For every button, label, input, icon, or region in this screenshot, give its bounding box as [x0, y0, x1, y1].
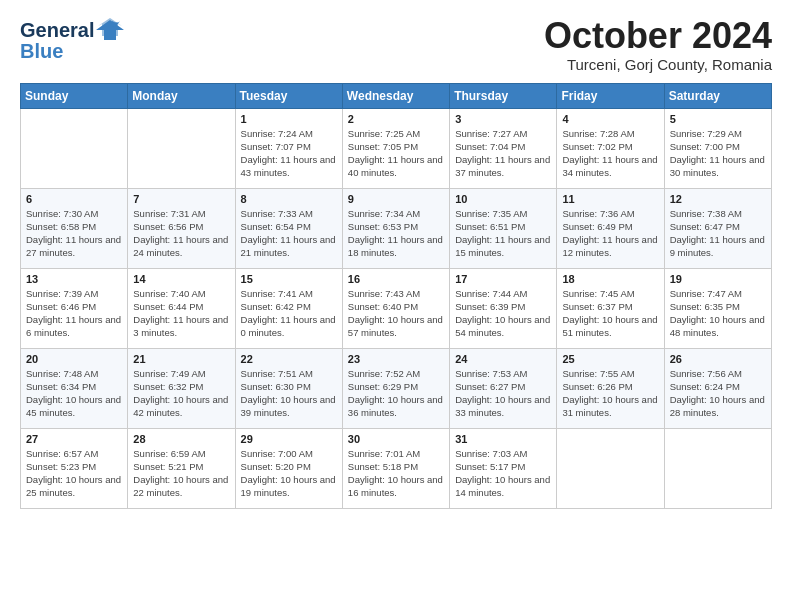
calendar-header-row: Sunday Monday Tuesday Wednesday Thursday…	[21, 83, 772, 108]
day-info: Sunrise: 7:27 AMSunset: 7:04 PMDaylight:…	[455, 127, 551, 180]
header-wednesday: Wednesday	[342, 83, 449, 108]
day-number: 23	[348, 353, 444, 365]
day-number: 10	[455, 193, 551, 205]
day-number: 28	[133, 433, 229, 445]
calendar-cell	[664, 428, 771, 508]
header-thursday: Thursday	[450, 83, 557, 108]
day-info: Sunrise: 7:52 AMSunset: 6:29 PMDaylight:…	[348, 367, 444, 420]
day-info: Sunrise: 7:48 AMSunset: 6:34 PMDaylight:…	[26, 367, 122, 420]
calendar-week-3: 13Sunrise: 7:39 AMSunset: 6:46 PMDayligh…	[21, 268, 772, 348]
header-sunday: Sunday	[21, 83, 128, 108]
day-number: 27	[26, 433, 122, 445]
day-number: 12	[670, 193, 766, 205]
header-tuesday: Tuesday	[235, 83, 342, 108]
day-number: 22	[241, 353, 337, 365]
day-info: Sunrise: 7:51 AMSunset: 6:30 PMDaylight:…	[241, 367, 337, 420]
calendar-cell: 6Sunrise: 7:30 AMSunset: 6:58 PMDaylight…	[21, 188, 128, 268]
day-info: Sunrise: 7:40 AMSunset: 6:44 PMDaylight:…	[133, 287, 229, 340]
day-info: Sunrise: 7:43 AMSunset: 6:40 PMDaylight:…	[348, 287, 444, 340]
calendar-cell: 22Sunrise: 7:51 AMSunset: 6:30 PMDayligh…	[235, 348, 342, 428]
day-number: 4	[562, 113, 658, 125]
calendar-cell	[128, 108, 235, 188]
calendar-cell: 10Sunrise: 7:35 AMSunset: 6:51 PMDayligh…	[450, 188, 557, 268]
calendar-cell: 28Sunrise: 6:59 AMSunset: 5:21 PMDayligh…	[128, 428, 235, 508]
day-info: Sunrise: 7:33 AMSunset: 6:54 PMDaylight:…	[241, 207, 337, 260]
day-info: Sunrise: 7:25 AMSunset: 7:05 PMDaylight:…	[348, 127, 444, 180]
header-friday: Friday	[557, 83, 664, 108]
calendar-cell: 14Sunrise: 7:40 AMSunset: 6:44 PMDayligh…	[128, 268, 235, 348]
day-number: 17	[455, 273, 551, 285]
day-info: Sunrise: 7:47 AMSunset: 6:35 PMDaylight:…	[670, 287, 766, 340]
day-number: 31	[455, 433, 551, 445]
day-number: 8	[241, 193, 337, 205]
header-saturday: Saturday	[664, 83, 771, 108]
day-number: 18	[562, 273, 658, 285]
calendar-week-1: 1Sunrise: 7:24 AMSunset: 7:07 PMDaylight…	[21, 108, 772, 188]
day-info: Sunrise: 7:36 AMSunset: 6:49 PMDaylight:…	[562, 207, 658, 260]
calendar-cell: 27Sunrise: 6:57 AMSunset: 5:23 PMDayligh…	[21, 428, 128, 508]
day-number: 13	[26, 273, 122, 285]
day-number: 15	[241, 273, 337, 285]
day-number: 30	[348, 433, 444, 445]
calendar-cell: 21Sunrise: 7:49 AMSunset: 6:32 PMDayligh…	[128, 348, 235, 428]
day-info: Sunrise: 7:34 AMSunset: 6:53 PMDaylight:…	[348, 207, 444, 260]
calendar-cell: 17Sunrise: 7:44 AMSunset: 6:39 PMDayligh…	[450, 268, 557, 348]
day-number: 24	[455, 353, 551, 365]
day-info: Sunrise: 6:57 AMSunset: 5:23 PMDaylight:…	[26, 447, 122, 500]
day-info: Sunrise: 7:53 AMSunset: 6:27 PMDaylight:…	[455, 367, 551, 420]
day-number: 9	[348, 193, 444, 205]
day-number: 29	[241, 433, 337, 445]
calendar-cell: 5Sunrise: 7:29 AMSunset: 7:00 PMDaylight…	[664, 108, 771, 188]
calendar-cell: 20Sunrise: 7:48 AMSunset: 6:34 PMDayligh…	[21, 348, 128, 428]
day-info: Sunrise: 7:49 AMSunset: 6:32 PMDaylight:…	[133, 367, 229, 420]
calendar-cell: 24Sunrise: 7:53 AMSunset: 6:27 PMDayligh…	[450, 348, 557, 428]
calendar-cell: 1Sunrise: 7:24 AMSunset: 7:07 PMDaylight…	[235, 108, 342, 188]
header: General Blue October 2024 Turceni, Gorj …	[20, 16, 772, 73]
logo: General Blue	[20, 16, 124, 63]
page: General Blue October 2024 Turceni, Gorj …	[0, 0, 792, 612]
calendar-week-5: 27Sunrise: 6:57 AMSunset: 5:23 PMDayligh…	[21, 428, 772, 508]
month-title: October 2024	[544, 16, 772, 56]
day-number: 5	[670, 113, 766, 125]
day-info: Sunrise: 7:41 AMSunset: 6:42 PMDaylight:…	[241, 287, 337, 340]
calendar-cell: 29Sunrise: 7:00 AMSunset: 5:20 PMDayligh…	[235, 428, 342, 508]
calendar-cell: 13Sunrise: 7:39 AMSunset: 6:46 PMDayligh…	[21, 268, 128, 348]
day-number: 25	[562, 353, 658, 365]
calendar-cell: 19Sunrise: 7:47 AMSunset: 6:35 PMDayligh…	[664, 268, 771, 348]
day-info: Sunrise: 7:56 AMSunset: 6:24 PMDaylight:…	[670, 367, 766, 420]
calendar-cell	[21, 108, 128, 188]
day-number: 6	[26, 193, 122, 205]
day-info: Sunrise: 7:44 AMSunset: 6:39 PMDaylight:…	[455, 287, 551, 340]
logo-general: General	[20, 19, 94, 42]
calendar-cell: 12Sunrise: 7:38 AMSunset: 6:47 PMDayligh…	[664, 188, 771, 268]
day-info: Sunrise: 7:00 AMSunset: 5:20 PMDaylight:…	[241, 447, 337, 500]
day-info: Sunrise: 7:38 AMSunset: 6:47 PMDaylight:…	[670, 207, 766, 260]
day-info: Sunrise: 7:39 AMSunset: 6:46 PMDaylight:…	[26, 287, 122, 340]
day-info: Sunrise: 7:45 AMSunset: 6:37 PMDaylight:…	[562, 287, 658, 340]
calendar-cell: 31Sunrise: 7:03 AMSunset: 5:17 PMDayligh…	[450, 428, 557, 508]
calendar-cell: 4Sunrise: 7:28 AMSunset: 7:02 PMDaylight…	[557, 108, 664, 188]
logo-blue: Blue	[20, 40, 63, 63]
header-monday: Monday	[128, 83, 235, 108]
calendar-cell: 3Sunrise: 7:27 AMSunset: 7:04 PMDaylight…	[450, 108, 557, 188]
calendar-cell: 30Sunrise: 7:01 AMSunset: 5:18 PMDayligh…	[342, 428, 449, 508]
day-info: Sunrise: 7:01 AMSunset: 5:18 PMDaylight:…	[348, 447, 444, 500]
calendar-cell: 15Sunrise: 7:41 AMSunset: 6:42 PMDayligh…	[235, 268, 342, 348]
day-info: Sunrise: 7:29 AMSunset: 7:00 PMDaylight:…	[670, 127, 766, 180]
calendar-cell: 8Sunrise: 7:33 AMSunset: 6:54 PMDaylight…	[235, 188, 342, 268]
logo-bird-icon	[96, 16, 124, 44]
location-subtitle: Turceni, Gorj County, Romania	[544, 56, 772, 73]
day-number: 16	[348, 273, 444, 285]
day-number: 3	[455, 113, 551, 125]
day-number: 26	[670, 353, 766, 365]
calendar-week-4: 20Sunrise: 7:48 AMSunset: 6:34 PMDayligh…	[21, 348, 772, 428]
calendar-cell: 16Sunrise: 7:43 AMSunset: 6:40 PMDayligh…	[342, 268, 449, 348]
calendar-cell: 23Sunrise: 7:52 AMSunset: 6:29 PMDayligh…	[342, 348, 449, 428]
day-number: 14	[133, 273, 229, 285]
calendar-cell: 18Sunrise: 7:45 AMSunset: 6:37 PMDayligh…	[557, 268, 664, 348]
day-info: Sunrise: 7:03 AMSunset: 5:17 PMDaylight:…	[455, 447, 551, 500]
calendar-cell: 2Sunrise: 7:25 AMSunset: 7:05 PMDaylight…	[342, 108, 449, 188]
title-block: October 2024 Turceni, Gorj County, Roman…	[544, 16, 772, 73]
calendar-cell: 25Sunrise: 7:55 AMSunset: 6:26 PMDayligh…	[557, 348, 664, 428]
calendar-cell	[557, 428, 664, 508]
